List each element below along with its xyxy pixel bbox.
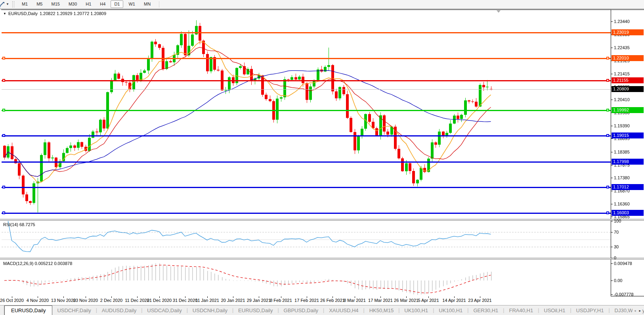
timeframe-button-m30[interactable]: M30 [65,0,80,8]
chart-symbol-label: EURUSD,Daily [8,11,38,16]
price-level-badge: 1.17012 [612,184,644,190]
tab-list: EURUSD,DailyUSDCHF,Daily|AUDUSD,Daily|US… [4,305,644,315]
price-level-badge: 1.21155 [612,77,644,83]
date-tick-label: 8 Feb 2021 [270,298,292,303]
price-tick-label: 1.23440 [614,19,630,24]
timeframe-button-h4[interactable]: H4 [96,0,109,8]
macd-tick-mark [611,280,613,281]
rsi-panel-canvas[interactable] [0,221,611,258]
timeframe-button-m15[interactable]: M15 [48,0,63,8]
timeframe-button-h1[interactable]: H1 [82,0,95,8]
timeframe-button-w1[interactable]: W1 [125,0,139,8]
rsi-tick-label: 100 [614,219,621,223]
tab-xauusd-h4[interactable]: XAUUSD,H4 [324,305,363,315]
chart-tab-bar: EURUSD,DailyUSDCHF,Daily|AUDUSD,Daily|US… [0,305,644,315]
macd-tick-label: 0.00 [614,278,622,283]
date-tick-label: 17 Mar 2021 [368,298,393,303]
tab-gbpusd-daily[interactable]: GBPUSD,Daily [279,305,323,315]
price-tick-mark [611,152,613,152]
price-level-badge: 1.22010 [612,55,644,61]
price-level-badge: 1.19992 [612,107,644,113]
main-chart-canvas[interactable] [0,10,611,219]
price-tick-label: 1.16360 [614,202,630,206]
level-right-handle [606,211,609,214]
date-tick-label: 8 Mar 2021 [344,298,366,303]
price-tick-label: 1.18385 [614,150,630,154]
date-tick-label: 26 Mar 2021 [394,298,419,303]
price-tick-mark [611,100,613,100]
date-tick-label: 11 Dec 2020 [125,298,149,303]
timeframe-button-group: M1M5M15M30H1H4D1W1MN [17,0,155,8]
level-right-handle [606,109,609,111]
macd-tick-label: -0.007778 [614,292,634,297]
rsi-indicator-label: RSI(14) 68.7275 [3,222,35,227]
price-level-badge: 1.16003 [612,210,644,216]
macd-tick-mark [611,294,613,295]
tab-uk100-h1[interactable]: UK100,H1 [399,305,433,315]
level-left-handle [2,211,5,214]
chart-shift-marker-icon[interactable] [497,10,501,13]
price-level-badge: 1.19015 [612,133,644,138]
date-tick-label: 23 Apr 2021 [468,298,491,303]
timeframe-button-d1[interactable]: D1 [111,0,123,8]
date-tick-label: 2 Dec 2020 [100,298,122,303]
tab-usdjpy-h1[interactable]: USDJPY,H1 [571,305,609,315]
price-tick-mark [611,178,613,178]
date-tick-label: 13 Nov 2020 [51,298,76,303]
tab-eurusd-daily[interactable]: EURUSD,Daily [4,305,52,315]
macd-tick-mark [611,263,613,264]
price-tick-mark [611,217,613,217]
tab-usdcnh-daily[interactable]: USDCNH,Daily [188,305,232,315]
chart-title: ▼ EURUSD,Daily 1.20822 1.20929 1.20772 1… [3,11,106,16]
timeframe-button-m1[interactable]: M1 [18,0,31,8]
rsi-tick-mark [611,221,613,221]
tab-scroll-right-icon[interactable]: ▸ [639,309,641,313]
price-tick-mark [611,21,613,22]
tab-usdcad-daily[interactable]: USDCAD,Daily [142,305,186,315]
timeframe-button-m5[interactable]: M5 [33,0,46,8]
rsi-tick-mark [611,232,613,232]
tool-dropdown-caret[interactable]: ▼ [6,2,9,6]
level-left-handle [2,134,5,137]
price-tick-label: 1.19390 [614,123,630,128]
tab-ger30-h1[interactable]: GER30,H1 [468,305,503,315]
tab-eurusd-daily[interactable]: EURUSD,Daily [233,305,277,315]
tab-hk50-m15[interactable]: HK50,M15 [365,305,398,315]
price-tick-label: 1.22435 [614,45,630,50]
date-tick-label: 29 Jan 2021 [247,298,271,303]
macd-panel-canvas[interactable] [0,259,611,296]
tab-scroll-left-icon[interactable]: ◂ [634,309,636,313]
date-tick-label: 11 Jan 2021 [195,298,219,303]
rsi-tick-mark [611,258,613,258]
date-tick-label: 21 Dec 2020 [147,298,172,303]
chart-line-tool-icon[interactable] [0,1,5,8]
level-left-handle [2,57,5,60]
rsi-name: RSI(14) [3,222,18,227]
timeframe-button-mn[interactable]: MN [140,0,154,8]
toolbar-grip[interactable] [12,1,14,8]
level-right-handle [606,186,609,188]
price-tick-mark [611,165,613,165]
tab-strip-edge [0,305,4,315]
macd-indicator-label: MACD(12,26,9) 0.005212 0.003878 [3,261,72,266]
current-price-badge: 1.20809 [612,86,644,92]
date-tick-label: 14 Apr 2021 [442,298,466,303]
date-tick-label: 20 Jan 2021 [221,298,245,303]
tab-usdchf-daily[interactable]: USDCHF,Daily [52,305,96,315]
window-top-border [0,9,644,9]
level-right-handle [606,134,609,137]
price-tick-mark [611,48,613,48]
tab-fra40-h1[interactable]: FRA40,H1 [504,305,538,315]
tab-uk100-h1[interactable]: UK100,H1 [434,305,467,315]
rsi-tick-label: 70 [614,230,619,234]
tab-audusd-daily[interactable]: AUDUSD,Daily [97,305,141,315]
axis-divider [611,10,611,296]
date-tick-label: 5 Apr 2021 [418,298,439,303]
price-tick-mark [611,204,613,204]
macd-current-values: 0.005212 0.003878 [34,261,72,266]
quick-trade-arrow-icon[interactable]: ▼ [3,12,6,16]
chart-ohlc-values: 1.20822 1.20929 1.20772 1.20809 [40,11,106,16]
level-left-handle [2,109,5,111]
date-tick-label: 26 Feb 2021 [320,298,345,303]
tab-usoil-h1[interactable]: USOil,H1 [539,305,570,315]
